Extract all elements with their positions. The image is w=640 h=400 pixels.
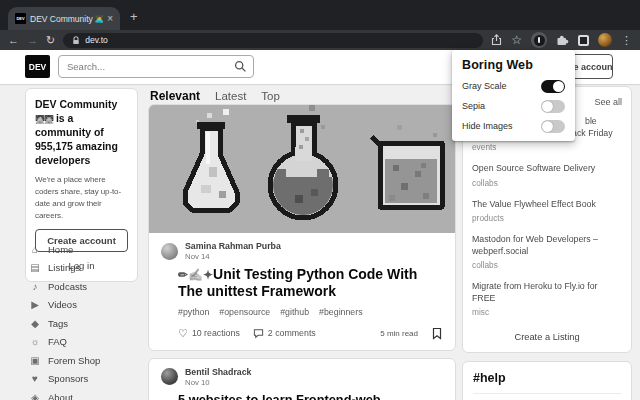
listing-title-fragment: ble (585, 116, 622, 128)
browser-toolbar: ← → ↻ dev.to ☆ ⋮ (0, 30, 640, 50)
pinned-extension-icon[interactable] (578, 35, 589, 46)
tab-top[interactable]: Top (261, 90, 280, 102)
article-date: Nov 14 (185, 252, 281, 261)
article-tags: #python #opensource #github #beginners (178, 307, 443, 317)
back-icon[interactable]: ← (8, 35, 19, 46)
tab-latest[interactable]: Latest (215, 90, 246, 102)
read-time: 5 min read (380, 329, 418, 338)
profile-avatar[interactable] (598, 33, 612, 47)
sidebar-item-tags[interactable]: ◆Tags (25, 314, 138, 333)
hide-images-toggle[interactable] (541, 120, 565, 133)
bookmark-icon[interactable] (431, 327, 443, 340)
article-title[interactable]: 5 websites to learn Frontend-web develop… (178, 392, 443, 400)
grayscale-label: Gray Scale (462, 81, 507, 91)
article-card-2[interactable]: Bentil Shadrack Nov 10 5 websites to lea… (148, 358, 456, 400)
community-heading-emoji: 👩‍💻👨‍💻 (35, 115, 53, 124)
article-date: Nov 10 (185, 378, 252, 387)
help-tag-title[interactable]: #help (473, 371, 621, 394)
sidebar-item-forem-shop[interactable]: ▣Forem Shop (25, 351, 138, 370)
help-tag-card: #help What is a NFT? New (462, 361, 632, 400)
sepia-toggle[interactable] (541, 100, 565, 113)
listing-category[interactable]: collabs (472, 260, 622, 270)
heart-outline-icon: ♡ (178, 328, 188, 339)
hide-images-label: Hide Images (462, 121, 513, 131)
feed-tabs: Relevant Latest Top (148, 83, 456, 104)
author-name[interactable]: Bentil Shadrack (185, 367, 252, 377)
grayscale-toggle[interactable] (541, 80, 565, 93)
heart-icon: ♥ (29, 373, 41, 384)
tag-python[interactable]: #python (178, 307, 209, 317)
tag-beginners[interactable]: #beginners (319, 307, 363, 317)
boring-web-popup: Boring Web Gray Scale Sepia Hide Images (452, 50, 575, 141)
sidebar-item-home[interactable]: ⌂Home (25, 240, 138, 259)
listing-category[interactable]: misc (472, 307, 622, 317)
popup-title: Boring Web (462, 58, 565, 72)
author-avatar[interactable] (161, 368, 178, 385)
listing-category[interactable]: events (472, 142, 622, 152)
search-input[interactable] (58, 55, 254, 78)
share-icon[interactable] (491, 34, 502, 46)
toolbar-icons: ☆ ⋮ (491, 32, 632, 48)
bookmark-star-icon[interactable]: ☆ (511, 34, 522, 46)
lock-icon (72, 36, 80, 45)
extensions-puzzle-icon[interactable] (556, 34, 569, 46)
listing-item[interactable]: The Value Flywheel Effect Book products (472, 199, 622, 224)
tab-strip: DEV DEV Community 👩‍💻👨‍💻 × + (0, 0, 640, 30)
forward-icon: → (27, 35, 38, 46)
comment-icon (253, 328, 264, 339)
author-avatar[interactable] (161, 243, 178, 260)
title-emoji: ✏✍✦ (178, 268, 213, 282)
listings-icon: ▤ (29, 262, 41, 273)
reactions-button[interactable]: ♡ 10 reactions (178, 328, 240, 339)
sidebar-item-about[interactable]: ◈About (25, 388, 138, 400)
article-card-1[interactable]: Samina Rahman Purba Nov 14 ✏✍✦Unit Testi… (148, 104, 456, 351)
menu-kebab-icon[interactable]: ⋮ (621, 35, 632, 46)
listing-category[interactable]: products (472, 213, 622, 223)
community-heading: DEV Community 👩‍💻👨‍💻 is a community of 9… (35, 98, 128, 168)
sidebar-item-sponsors[interactable]: ♥Sponsors (25, 370, 138, 389)
search-icon[interactable] (234, 60, 247, 73)
about-icon: ◈ (29, 392, 41, 400)
browser-window: DEV DEV Community 👩‍💻👨‍💻 × + ← → ↻ dev.t… (0, 0, 640, 400)
podcasts-icon: ♪ (29, 281, 41, 292)
dev-favicon: DEV (15, 13, 26, 24)
tab-close-icon[interactable]: × (107, 14, 113, 24)
listing-item[interactable]: Migrate from Heroku to Fly.io for FREE m… (472, 281, 622, 317)
listing-category[interactable]: collabs (472, 178, 622, 188)
home-icon: ⌂ (29, 244, 41, 255)
videos-icon: ▶ (29, 299, 41, 310)
community-tagline: We're a place where coders share, stay u… (35, 174, 128, 222)
sidebar-item-faq[interactable]: ☼FAQ (25, 333, 138, 352)
main-feed: Relevant Latest Top (148, 83, 456, 400)
tab-title-emoji: 👩‍💻👨‍💻 (95, 15, 103, 23)
listing-item[interactable]: Open Source Software Delivery collabs (472, 163, 622, 188)
tag-opensource[interactable]: #opensource (219, 307, 270, 317)
sidebar-item-listings[interactable]: ▤Listings (25, 259, 138, 278)
url-text: dev.to (85, 35, 108, 45)
see-all-link[interactable]: See all (594, 97, 622, 107)
reload-icon[interactable]: ↻ (46, 35, 55, 46)
tag-github[interactable]: #github (280, 307, 309, 317)
sidebar-item-videos[interactable]: ▶Videos (25, 296, 138, 315)
listing-item[interactable]: Mastodon for Web Developers – webperf.so… (472, 234, 622, 270)
sidebar-nav: ⌂Home ▤Listings ♪Podcasts ▶Videos ◆Tags … (25, 240, 138, 400)
tab-title: DEV Community (30, 14, 93, 24)
boring-web-extension-icon[interactable] (531, 32, 547, 48)
new-tab-button[interactable]: + (130, 9, 138, 24)
tags-icon: ◆ (29, 318, 41, 329)
tab-relevant[interactable]: Relevant (150, 89, 200, 103)
author-name[interactable]: Samina Rahman Purba (185, 241, 281, 251)
browser-tab-dev-community[interactable]: DEV DEV Community 👩‍💻👨‍💻 × (8, 7, 120, 30)
dev-logo[interactable]: DEV (25, 55, 50, 78)
create-listing-link[interactable]: Create a Listing (472, 328, 622, 344)
url-bar[interactable]: dev.to (63, 33, 483, 48)
hero-image-flasks (149, 105, 455, 233)
comments-button[interactable]: 2 comments (253, 328, 316, 339)
sepia-label: Sepia (462, 101, 485, 111)
shop-icon: ▣ (29, 355, 41, 366)
article-title[interactable]: ✏✍✦Unit Testing Python Code With The uni… (178, 266, 433, 300)
faq-icon: ☼ (29, 336, 41, 347)
sidebar-item-podcasts[interactable]: ♪Podcasts (25, 277, 138, 296)
